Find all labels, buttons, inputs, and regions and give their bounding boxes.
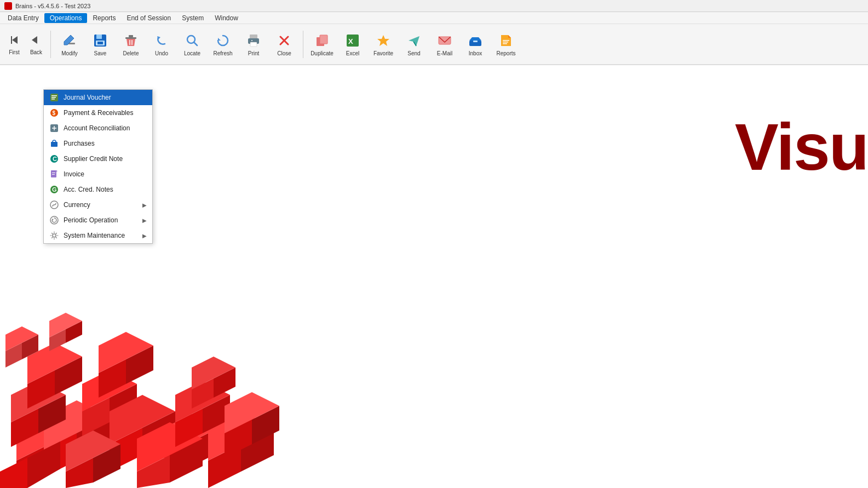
svg-point-54 xyxy=(53,234,56,237)
duplicate-icon xyxy=(313,32,331,49)
send-button[interactable]: Send xyxy=(400,26,428,62)
svg-text:G: G xyxy=(52,186,57,193)
print-label: Print xyxy=(248,50,260,56)
email-button[interactable]: E-Mail xyxy=(430,26,459,62)
svg-text:C: C xyxy=(53,156,57,162)
menu-end-of-session[interactable]: End of Session xyxy=(121,13,176,23)
menu-item-invoice[interactable]: Invoice xyxy=(44,167,152,182)
svg-rect-8 xyxy=(125,37,136,39)
menu-item-currency[interactable]: Currency ▶ xyxy=(44,197,152,213)
app-icon xyxy=(4,2,12,10)
email-label: E-Mail xyxy=(437,50,452,56)
delete-button[interactable]: Delete xyxy=(117,26,145,62)
delete-label: Delete xyxy=(123,50,139,56)
svg-rect-48 xyxy=(52,174,55,175)
first-button[interactable]: First xyxy=(4,26,24,62)
menu-item-purchases[interactable]: Purchases xyxy=(44,136,152,151)
modify-button[interactable]: Modify xyxy=(55,26,84,62)
journal-voucher-label: Journal Voucher xyxy=(64,94,111,101)
menu-window[interactable]: Window xyxy=(209,13,244,23)
svg-rect-36 xyxy=(51,97,56,98)
purchases-label: Purchases xyxy=(64,140,95,147)
menu-data-entry[interactable]: Data Entry xyxy=(2,13,44,23)
account-reconciliation-label: Account Reconciliation xyxy=(64,124,130,132)
menu-reports[interactable]: Reports xyxy=(87,13,121,23)
close-button[interactable]: Close xyxy=(270,26,298,62)
save-button[interactable]: Save xyxy=(86,26,114,62)
menu-item-periodic-operation[interactable]: Periodic Operation ▶ xyxy=(44,213,152,228)
supplier-credit-note-icon: C xyxy=(49,154,59,164)
favorite-label: Favorite xyxy=(373,50,393,56)
send-label: Send xyxy=(407,50,420,56)
menu-item-journal-voucher[interactable]: Journal Voucher xyxy=(44,90,152,105)
journal-voucher-icon xyxy=(49,93,59,102)
supplier-credit-note-label: Supplier Credit Note xyxy=(64,155,123,163)
svg-rect-19 xyxy=(251,40,252,41)
currency-icon xyxy=(49,200,59,210)
svg-rect-35 xyxy=(51,95,57,96)
reports-icon xyxy=(497,32,515,49)
svg-rect-23 xyxy=(320,35,327,44)
svg-marker-2 xyxy=(32,36,37,44)
reports-button[interactable]: Reports xyxy=(492,26,520,62)
acc-cred-notes-icon: G xyxy=(49,185,59,194)
toolbar-separator-2 xyxy=(303,31,303,58)
system-maintenance-label: System Maintenance xyxy=(64,232,125,239)
duplicate-button[interactable]: Duplicate xyxy=(308,26,336,62)
menu-item-acc-cred-notes[interactable]: G Acc. Cred. Notes xyxy=(44,182,152,197)
payment-receivables-label: Payment & Receivables xyxy=(64,109,133,117)
back-button[interactable]: Back xyxy=(26,26,46,62)
email-icon xyxy=(436,32,453,49)
refresh-label: Refresh xyxy=(213,50,232,56)
svg-rect-43 xyxy=(51,142,58,147)
menu-operations[interactable]: Operations xyxy=(44,13,88,23)
svg-point-52 xyxy=(50,216,58,224)
send-icon xyxy=(405,32,423,49)
undo-icon xyxy=(153,32,170,49)
inbox-button[interactable]: Inbox xyxy=(461,26,490,62)
svg-rect-5 xyxy=(96,35,102,39)
refresh-button[interactable]: Refresh xyxy=(209,26,237,62)
excel-label: Excel xyxy=(346,50,359,56)
print-icon xyxy=(245,32,262,49)
svg-text:$: $ xyxy=(53,110,56,116)
menu-system[interactable]: System xyxy=(176,13,209,23)
locate-button[interactable]: Locate xyxy=(178,26,206,62)
first-icon xyxy=(8,33,21,49)
svg-rect-37 xyxy=(51,99,55,100)
svg-rect-47 xyxy=(52,173,55,173)
print-button[interactable]: Print xyxy=(239,26,268,62)
svg-rect-9 xyxy=(129,35,133,37)
periodic-operation-label: Periodic Operation xyxy=(64,216,118,224)
back-icon xyxy=(30,33,43,49)
svg-marker-88 xyxy=(0,458,27,488)
menu-item-system-maintenance[interactable]: System Maintenance ▶ xyxy=(44,228,152,243)
svg-marker-26 xyxy=(377,35,389,46)
svg-rect-46 xyxy=(51,170,56,177)
back-label: Back xyxy=(30,49,42,55)
inbox-label: Inbox xyxy=(469,50,482,56)
svg-marker-53 xyxy=(52,219,54,221)
invoice-label: Invoice xyxy=(64,170,84,178)
undo-button[interactable]: Undo xyxy=(147,26,176,62)
toolbar: First Back Modify Save xyxy=(0,24,868,65)
favorite-button[interactable]: Favorite xyxy=(369,26,398,62)
title-bar: Brains - v5.4.5.6 - Test 2023 xyxy=(0,0,868,12)
svg-text:X: X xyxy=(348,37,353,45)
refresh-icon xyxy=(214,32,232,49)
close-icon xyxy=(275,32,293,49)
acc-cred-notes-label: Acc. Cred. Notes xyxy=(64,186,113,193)
reports-label: Reports xyxy=(496,50,515,56)
menu-item-account-reconciliation[interactable]: Account Reconciliation xyxy=(44,120,152,136)
menu-item-payment-receivables[interactable]: $ Payment & Receivables xyxy=(44,105,152,120)
excel-icon: X xyxy=(344,32,361,49)
svg-rect-32 xyxy=(503,42,508,43)
menu-item-supplier-credit-note[interactable]: C Supplier Credit Note xyxy=(44,151,152,167)
excel-button[interactable]: X Excel xyxy=(338,26,367,62)
save-icon xyxy=(91,32,109,49)
operations-dropdown: Journal Voucher $ Payment & Receivables xyxy=(43,89,153,244)
locate-icon xyxy=(183,32,201,49)
currency-arrow: ▶ xyxy=(142,202,147,208)
payment-receivables-icon: $ xyxy=(49,108,59,118)
background-decoration xyxy=(0,252,301,488)
